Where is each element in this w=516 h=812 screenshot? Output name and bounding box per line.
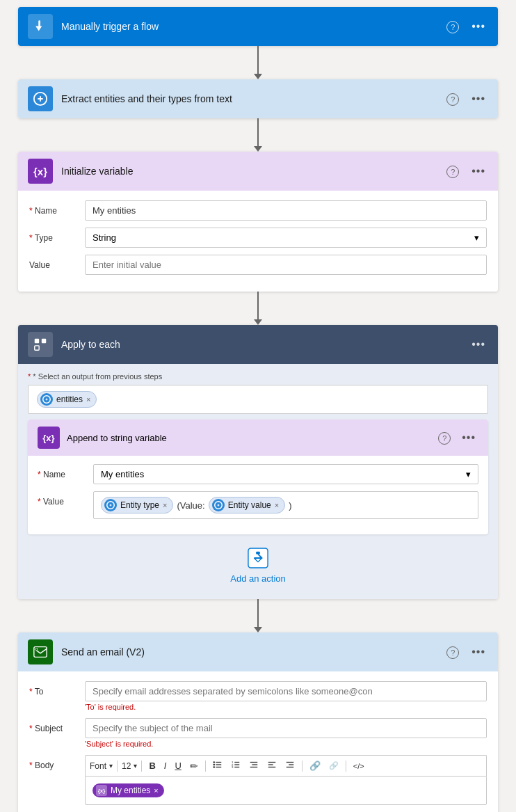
svg-rect-3 bbox=[35, 346, 39, 350]
align-left-button[interactable] bbox=[264, 758, 280, 773]
trigger-card-header: Manually trigger a flow ? ••• bbox=[18, 7, 498, 46]
my-entities-chip-label: My entities bbox=[111, 786, 150, 795]
init-var-help-button[interactable]: ? bbox=[444, 164, 462, 180]
trigger-title: Manually trigger a flow bbox=[61, 21, 444, 32]
email-subject-error: 'Subject' is required. bbox=[85, 740, 487, 748]
toolbar-divider-3 bbox=[205, 761, 206, 772]
append-var-title: Append to string variable bbox=[67, 433, 435, 443]
append-var-value-field[interactable]: Entity type × (Value: Entity value × bbox=[93, 491, 478, 519]
email-help-button[interactable]: ? bbox=[444, 644, 462, 660]
init-var-menu-button[interactable]: ••• bbox=[469, 164, 488, 179]
append-var-name-row: * Name My entities ▾ bbox=[38, 464, 478, 484]
add-action-wrap: Add an action bbox=[28, 534, 488, 589]
email-subject-row: * Subject 'Subject' is required. bbox=[29, 718, 487, 748]
append-var-chevron-icon: ▾ bbox=[466, 469, 471, 479]
add-action-button[interactable]: Add an action bbox=[230, 546, 286, 584]
append-var-icon: {x} bbox=[38, 427, 60, 449]
entity-value-chip-close[interactable]: × bbox=[275, 501, 279, 509]
arrow-1 bbox=[254, 46, 262, 79]
svg-rect-8 bbox=[256, 552, 260, 555]
append-var-menu-button[interactable]: ••• bbox=[459, 430, 478, 445]
apply-each-header: Apply to each ••• bbox=[18, 325, 498, 364]
font-size-value: 12 bbox=[122, 761, 131, 771]
append-var-value-wrap: Entity type × (Value: Entity value × bbox=[93, 491, 478, 519]
email-to-input[interactable] bbox=[85, 681, 487, 701]
extract-card-header: Extract entities and their types from te… bbox=[18, 79, 498, 118]
trigger-icon bbox=[28, 14, 53, 39]
init-var-value-input-wrap bbox=[85, 255, 487, 275]
trigger-card: Manually trigger a flow ? ••• bbox=[18, 7, 498, 46]
entity-type-chip-label: Entity type bbox=[120, 500, 159, 510]
my-entities-chip: {x} My entities × bbox=[92, 783, 164, 797]
extract-menu-button[interactable]: ••• bbox=[469, 91, 488, 106]
init-var-title: Initialize variable bbox=[61, 166, 444, 177]
apply-each-menu-button[interactable]: ••• bbox=[469, 337, 488, 352]
svg-text:3: 3 bbox=[232, 765, 234, 769]
email-body-row: * Body Font Font ▾ 12 ▾ B I bbox=[29, 755, 487, 805]
toolbar-divider-4 bbox=[302, 761, 303, 772]
svg-text:O: O bbox=[35, 648, 38, 651]
bullets-button[interactable] bbox=[210, 758, 225, 773]
italic-button[interactable]: I bbox=[161, 759, 170, 772]
trigger-menu-button[interactable]: ••• bbox=[469, 19, 488, 34]
entity-value-chip-label: Entity value bbox=[228, 500, 271, 510]
my-entities-chip-close[interactable]: × bbox=[154, 786, 158, 795]
init-var-type-select[interactable]: String ▾ bbox=[85, 228, 487, 248]
toolbar-divider-1 bbox=[117, 761, 118, 772]
email-icon: O bbox=[28, 639, 53, 664]
numbered-list-button[interactable]: 123 bbox=[228, 758, 243, 773]
email-menu-button[interactable]: ••• bbox=[469, 644, 488, 660]
underline-button[interactable]: U bbox=[172, 759, 184, 772]
email-to-error: 'To' is required. bbox=[85, 703, 487, 711]
trigger-help-button[interactable]: ? bbox=[444, 19, 462, 35]
add-action-label: Add an action bbox=[230, 573, 286, 584]
bold-button[interactable]: B bbox=[146, 759, 158, 772]
email-to-row: * To 'To' is required. bbox=[29, 681, 487, 711]
entities-chip-icon bbox=[40, 393, 53, 406]
entities-chip-close[interactable]: × bbox=[86, 395, 90, 404]
email-to-label: * To bbox=[29, 681, 85, 696]
init-var-header: {x} Initialize variable ? ••• bbox=[18, 152, 498, 191]
extract-help-button[interactable]: ? bbox=[444, 91, 462, 107]
init-var-type-value: String bbox=[92, 232, 116, 243]
code-button[interactable]: </> bbox=[350, 761, 367, 772]
entities-chip-label: entities bbox=[56, 395, 83, 404]
value-middle-text: (Value: bbox=[177, 500, 204, 511]
link-button[interactable]: 🔗 bbox=[307, 759, 323, 772]
append-var-name-wrap: My entities ▾ bbox=[93, 464, 478, 484]
entity-value-chip-icon bbox=[212, 499, 225, 511]
init-var-value-input[interactable] bbox=[85, 255, 487, 275]
indent-button[interactable] bbox=[246, 758, 261, 773]
body-content-area[interactable]: {x} My entities × bbox=[85, 776, 487, 805]
init-var-type-row: * Type String ▾ bbox=[29, 228, 487, 248]
value-end-text: ) bbox=[289, 500, 291, 511]
email-body-wrap: Font Font ▾ 12 ▾ B I U ✏ bbox=[85, 755, 487, 805]
align-right-button[interactable] bbox=[282, 758, 298, 773]
entities-bar[interactable]: entities × bbox=[28, 385, 488, 414]
entity-type-chip-close[interactable]: × bbox=[163, 501, 167, 509]
init-var-name-input-wrap bbox=[85, 200, 487, 221]
init-var-name-label: * Name bbox=[29, 200, 85, 216]
font-dropdown-icon: ▾ bbox=[109, 762, 113, 770]
init-var-value-label: Value bbox=[29, 255, 85, 270]
svg-rect-2 bbox=[42, 339, 46, 343]
init-var-value-row: Value bbox=[29, 255, 487, 275]
init-var-type-input-wrap: String ▾ bbox=[85, 228, 487, 248]
email-to-input-wrap: 'To' is required. bbox=[85, 681, 487, 711]
font-size-dropdown-icon: ▾ bbox=[134, 762, 137, 770]
append-var-name-value: My entities bbox=[101, 469, 144, 479]
email-actions: ? ••• bbox=[444, 644, 488, 660]
trigger-actions: ? ••• bbox=[444, 19, 488, 35]
append-var-value-row: * Value Entity type × (Value: bbox=[38, 491, 478, 519]
init-var-card: {x} Initialize variable ? ••• * Name * T… bbox=[18, 152, 498, 292]
append-var-card: {x} Append to string variable ? ••• * Na… bbox=[28, 420, 488, 534]
unlink-button[interactable]: 🔗 bbox=[326, 760, 341, 772]
type-chevron-icon: ▾ bbox=[474, 232, 479, 243]
append-var-help-button[interactable]: ? bbox=[435, 430, 453, 446]
email-card-header: O Send an email (V2) ? ••• bbox=[18, 632, 498, 671]
append-var-name-select[interactable]: My entities ▾ bbox=[93, 464, 478, 484]
email-subject-input[interactable] bbox=[85, 718, 487, 738]
highlight-button[interactable]: ✏ bbox=[187, 759, 201, 773]
init-var-name-input[interactable] bbox=[85, 200, 487, 221]
append-var-actions: ? ••• bbox=[435, 430, 478, 446]
